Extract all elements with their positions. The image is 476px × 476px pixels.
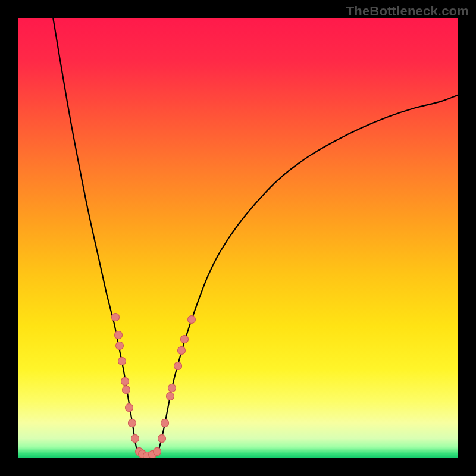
data-point — [121, 377, 129, 386]
watermark-text: TheBottleneck.com — [346, 4, 469, 19]
data-point — [168, 384, 176, 392]
bottleneck-curve — [53, 18, 458, 456]
data-point — [131, 434, 139, 443]
data-point — [158, 434, 166, 443]
data-point — [166, 392, 174, 400]
data-point — [118, 357, 126, 365]
data-point — [161, 419, 169, 427]
plot-area — [18, 18, 458, 458]
data-point — [177, 346, 186, 355]
data-point — [174, 362, 182, 370]
data-point — [111, 313, 120, 321]
data-point — [180, 335, 189, 343]
data-point — [115, 342, 124, 350]
data-point — [187, 315, 196, 324]
data-point — [125, 403, 133, 412]
data-point — [114, 331, 123, 339]
data-point — [153, 447, 161, 456]
data-point — [122, 386, 130, 394]
curve-layer — [18, 18, 458, 458]
chart-stage: TheBottleneck.com — [0, 0, 476, 476]
data-point — [128, 419, 136, 427]
